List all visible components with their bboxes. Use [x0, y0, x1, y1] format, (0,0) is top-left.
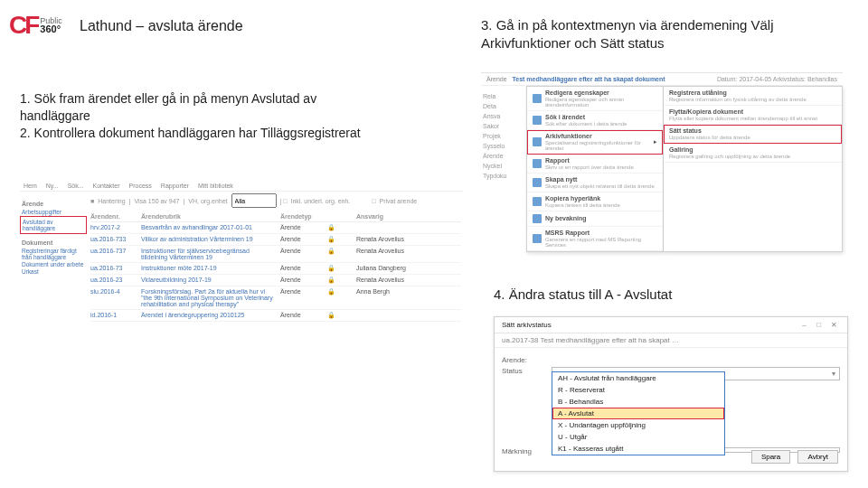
- filter-input[interactable]: [231, 193, 277, 208]
- minimize-icon[interactable]: –: [798, 321, 811, 329]
- detail-label: Rela: [483, 93, 524, 99]
- top-tabs: HemNy...Sök...KontakterProcessRapporterM…: [20, 181, 463, 192]
- screenshot-list-view: HemNy...Sök...KontakterProcessRapporterM…: [20, 181, 463, 389]
- table-row[interactable]: ua.2016-737 Instruktioner för självservi…: [90, 246, 461, 263]
- detail-label: Ärende: [483, 153, 524, 159]
- top-tab[interactable]: Hem: [24, 183, 37, 189]
- status-option[interactable]: B - Behandlas: [552, 396, 724, 408]
- sidebar-item[interactable]: Arbetsuppgifter: [22, 209, 85, 215]
- status-option[interactable]: R - Reserverat: [552, 384, 724, 396]
- sidebar-item[interactable]: Registreringar färdigt från handläggare: [22, 248, 85, 260]
- field-label: Ärende:: [502, 356, 552, 364]
- screenshot-context-menu: Ärende Test medhandläggare efter att ha …: [481, 72, 843, 263]
- menu-item[interactable]: Sök i ärendetSök efter dokument i detta …: [527, 111, 663, 130]
- maximize-icon[interactable]: □: [813, 321, 826, 329]
- table-row[interactable]: ua.2016-733 Villkor av administration Vå…: [90, 234, 461, 246]
- submenu-item[interactable]: Flytta/Kopiera dokumentFlytta eller kopi…: [664, 106, 842, 125]
- sidebar-item-selected[interactable]: Avslutad av handläggare: [20, 216, 87, 234]
- page-title: Lathund – avsluta ärende: [80, 18, 243, 34]
- submenu-item[interactable]: Registrera utlåningRegistrera informatio…: [664, 87, 842, 106]
- menu-icon: [533, 94, 542, 103]
- sidebar-header: Ärende: [22, 201, 85, 207]
- detail-label: Typdoku: [483, 173, 524, 179]
- case-label: Ärende: [486, 76, 507, 82]
- top-tab[interactable]: Rapporter: [161, 183, 189, 189]
- sidebar-item[interactable]: Urkast: [22, 268, 85, 275]
- status-option[interactable]: U - Utgår: [552, 431, 724, 443]
- sidebar-header: Dokument: [22, 239, 85, 246]
- table-row[interactable]: hrv.2017-2 Besvarfrån av avhandlingar 20…: [90, 222, 461, 234]
- status-option[interactable]: A - Avslutat: [552, 408, 724, 419]
- menu-item[interactable]: MSRS RapportGenerera en rapport med MS R…: [527, 227, 663, 251]
- submenu-item[interactable]: Sätt statusUppdatera status för detta är…: [664, 125, 842, 144]
- status-option[interactable]: X - Undantagen uppföljning: [552, 419, 724, 431]
- menu-icon: [533, 234, 542, 243]
- table-header: Ärendenr.ÄrenderubrikÄrendetypAnsvarig: [90, 211, 461, 222]
- menu-icon: [533, 116, 542, 125]
- logo-mark: CF: [9, 11, 37, 40]
- table-row[interactable]: slu.2016-4 Forskningsförslag. Part 2a fö…: [90, 286, 461, 310]
- menu-icon: [533, 137, 542, 146]
- save-button[interactable]: Spara: [751, 450, 790, 464]
- menu-item[interactable]: Ny bevakning: [527, 211, 663, 227]
- menu-icon: [533, 159, 542, 168]
- menu-item[interactable]: Kopiera hyperlänkKopiera länken till det…: [527, 192, 663, 211]
- close-icon[interactable]: ✕: [827, 321, 840, 329]
- detail-label: Ansva: [483, 113, 524, 119]
- detail-label: Nyckel: [483, 163, 524, 169]
- sidebar: Ärende Arbetsuppgifter Avslutad av handl…: [20, 192, 89, 324]
- context-menu: Redigera egenskaperRedigera egenskaper o…: [526, 86, 664, 252]
- step-3-text: 3. Gå in på kontextmenyn via ärendemenin…: [481, 16, 843, 53]
- table-row[interactable]: ua.2016-23 Vidareutbildning 2017-19 Ären…: [90, 275, 461, 286]
- context-submenu: Registrera utlåningRegistrera informatio…: [664, 86, 843, 252]
- cancel-button[interactable]: Avbryt: [797, 450, 838, 464]
- status-dropdown: AH - Avslutat från handläggareR - Reserv…: [552, 371, 725, 455]
- menu-item[interactable]: ArkivfunktionerSpecialiserad registrerin…: [527, 130, 663, 155]
- detail-label: Sakor: [483, 123, 524, 129]
- menu-item[interactable]: Skapa nyttSkapa ett nytt objekt relatera…: [527, 174, 663, 192]
- step-4-text: 4. Ändra status till A - Avslutat: [494, 286, 837, 304]
- status-option[interactable]: K1 - Kasseras utgått: [552, 443, 724, 455]
- top-tab[interactable]: Sök...: [68, 183, 84, 189]
- filter-bar: ■Hantering| Visa 150 av 947| VH, org.enh…: [90, 193, 461, 208]
- case-title: Test medhandläggare efter att ha skapat …: [513, 76, 665, 82]
- top-tab[interactable]: Process: [129, 183, 152, 189]
- menu-item[interactable]: RapportSkriv ut en rapport över detta är…: [527, 155, 663, 174]
- screenshot-status-dialog: Sätt arkivstatus – □ ✕ ua.2017-38 Test m…: [494, 316, 848, 472]
- table-row[interactable]: ua.2016-73 Instruktioner möte 2017-19 Är…: [90, 263, 461, 275]
- menu-icon: [533, 214, 542, 223]
- field-label: Märkning: [502, 447, 552, 455]
- dialog-breadcrumb: ua.2017-38 Test medhandläggare efter att…: [495, 333, 847, 348]
- menu-icon: [533, 197, 542, 206]
- step-1-2-text: 1. Sök fram ärendet eller gå in på menyn…: [20, 90, 363, 142]
- field-label: Status: [502, 367, 552, 375]
- logo: CF Public 360°: [9, 11, 62, 40]
- detail-label: Projek: [483, 133, 524, 139]
- submenu-item[interactable]: GallringRegistrera gallring och uppföljn…: [664, 144, 842, 163]
- top-tab[interactable]: Ny...: [46, 183, 59, 189]
- top-tab[interactable]: Kontakter: [93, 183, 120, 189]
- detail-label: Deta: [483, 103, 524, 109]
- case-date: Datum: 2017-04-05 Arkivstatus: Behandlas: [717, 76, 837, 82]
- menu-item[interactable]: Redigera egenskaperRedigera egenskaper o…: [527, 87, 663, 111]
- logo-badge: Public 360°: [40, 17, 62, 34]
- table-row[interactable]: id.2016-1 Ärendet i ärendegruppering 201…: [90, 310, 461, 322]
- dialog-title: Sätt arkivstatus: [502, 321, 552, 329]
- detail-label: Sysselo: [483, 143, 524, 149]
- menu-icon: [533, 178, 542, 187]
- sidebar-item[interactable]: Dokument under arbete: [22, 261, 85, 267]
- top-tab[interactable]: Mitt bibliotek: [198, 183, 233, 189]
- status-option[interactable]: AH - Avslutat från handläggare: [552, 372, 724, 384]
